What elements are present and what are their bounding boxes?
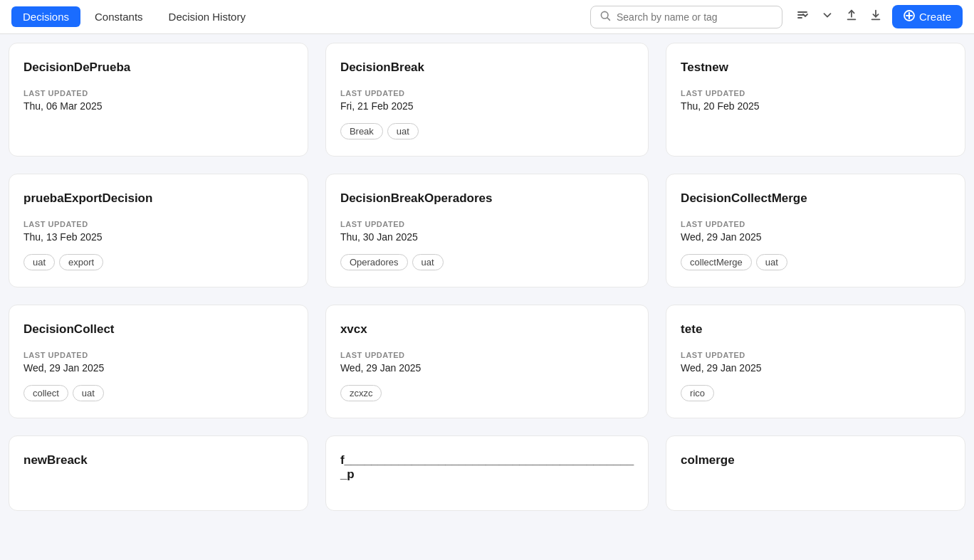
tag-zcxzc[interactable]: zcxzc	[340, 385, 382, 401]
tag-collect[interactable]: collect	[23, 385, 68, 401]
card-title-1: DecisionBreak	[340, 60, 634, 75]
card-11[interactable]: colmerge	[666, 435, 965, 511]
tag-rico[interactable]: rico	[681, 385, 714, 401]
card-tags-4: Operadoresuat	[340, 254, 634, 270]
upload-button[interactable]	[841, 4, 862, 29]
create-button[interactable]: Create	[892, 5, 963, 28]
card-date-6: Wed, 29 Jan 2025	[23, 362, 293, 374]
plus-icon	[904, 10, 915, 23]
card-tags-7: zcxzc	[340, 385, 634, 401]
card-7[interactable]: xvcxLAST UPDATEDWed, 29 Jan 2025zcxzc	[325, 305, 649, 418]
header: Decisions Constants Decision History	[0, 0, 974, 34]
card-label-3: LAST UPDATED	[23, 220, 293, 228]
tag-break[interactable]: Break	[340, 123, 383, 139]
tag-uat[interactable]: uat	[387, 123, 419, 139]
card-date-3: Thu, 13 Feb 2025	[23, 231, 293, 243]
tab-decisions[interactable]: Decisions	[11, 6, 80, 27]
tag-export[interactable]: export	[59, 254, 103, 270]
card-8[interactable]: teteLAST UPDATEDWed, 29 Jan 2025rico	[666, 305, 965, 418]
card-label-0: LAST UPDATED	[23, 89, 293, 97]
card-date-0: Thu, 06 Mar 2025	[23, 100, 293, 112]
card-date-5: Wed, 29 Jan 2025	[681, 231, 951, 243]
card-title-0: DecisionDePrueba	[23, 60, 293, 75]
search-input[interactable]	[617, 11, 773, 23]
tag-uat[interactable]: uat	[73, 385, 104, 401]
tag-operadores[interactable]: Operadores	[340, 254, 408, 270]
card-tags-6: collectuat	[23, 385, 293, 401]
card-title-3: pruebaExportDecision	[23, 191, 293, 206]
card-tags-5: collectMergeuat	[681, 254, 951, 270]
card-1[interactable]: DecisionBreakLAST UPDATEDFri, 21 Feb 202…	[325, 43, 649, 157]
card-9[interactable]: newBreack	[9, 435, 308, 511]
search-icon	[599, 10, 611, 24]
card-title-10: f_______________________________________…	[340, 453, 634, 482]
tag-uat[interactable]: uat	[412, 254, 444, 270]
card-title-8: tete	[681, 322, 951, 337]
card-title-11: colmerge	[681, 453, 951, 467]
card-title-5: DecisionCollectMerge	[681, 191, 951, 206]
card-date-2: Thu, 20 Feb 2025	[681, 100, 951, 112]
card-tags-1: Breakuat	[340, 123, 634, 139]
card-6[interactable]: DecisionCollectLAST UPDATEDWed, 29 Jan 2…	[9, 305, 308, 418]
tab-constants[interactable]: Constants	[83, 6, 155, 27]
download-icon	[869, 9, 882, 25]
header-actions: Create	[791, 4, 963, 30]
sort-icon	[795, 8, 810, 26]
card-label-8: LAST UPDATED	[681, 351, 951, 359]
card-tags-8: rico	[681, 385, 951, 401]
chevron-down-button[interactable]	[817, 4, 838, 29]
svg-line-1	[607, 17, 610, 20]
card-0[interactable]: DecisionDePruebaLAST UPDATEDThu, 06 Mar …	[9, 43, 308, 157]
card-date-1: Fri, 21 Feb 2025	[340, 100, 634, 112]
card-title-9: newBreack	[23, 453, 293, 467]
card-5[interactable]: DecisionCollectMergeLAST UPDATEDWed, 29 …	[666, 174, 965, 287]
tag-collectmerge[interactable]: collectMerge	[681, 254, 752, 270]
card-date-8: Wed, 29 Jan 2025	[681, 362, 951, 374]
chevron-down-icon	[821, 9, 834, 25]
tab-decision-history[interactable]: Decision History	[157, 6, 257, 27]
tag-uat[interactable]: uat	[756, 254, 787, 270]
card-title-7: xvcx	[340, 322, 634, 337]
card-label-2: LAST UPDATED	[681, 89, 951, 97]
card-3[interactable]: pruebaExportDecisionLAST UPDATEDThu, 13 …	[9, 174, 308, 287]
card-date-4: Thu, 30 Jan 2025	[340, 231, 634, 243]
tab-group: Decisions Constants Decision History	[11, 6, 257, 27]
card-tags-3: uatexport	[23, 254, 293, 270]
card-title-4: DecisionBreakOperadores	[340, 191, 634, 206]
card-title-6: DecisionCollect	[23, 322, 293, 337]
cards-grid: DecisionDePruebaLAST UPDATEDThu, 06 Mar …	[0, 34, 974, 519]
download-button[interactable]	[865, 4, 886, 29]
create-label: Create	[919, 11, 951, 23]
card-10[interactable]: f_______________________________________…	[325, 435, 649, 511]
sort-button[interactable]	[791, 4, 814, 30]
card-4[interactable]: DecisionBreakOperadoresLAST UPDATEDThu, …	[325, 174, 649, 287]
card-label-7: LAST UPDATED	[340, 351, 634, 359]
card-label-4: LAST UPDATED	[340, 220, 634, 228]
card-2[interactable]: TestnewLAST UPDATEDThu, 20 Feb 2025	[666, 43, 965, 157]
card-label-6: LAST UPDATED	[23, 351, 293, 359]
main-content: DecisionDePruebaLAST UPDATEDThu, 06 Mar …	[0, 34, 974, 560]
search-box	[590, 6, 782, 28]
card-label-1: LAST UPDATED	[340, 89, 634, 97]
tag-uat[interactable]: uat	[23, 254, 55, 270]
card-label-5: LAST UPDATED	[681, 220, 951, 228]
card-title-2: Testnew	[681, 60, 951, 75]
upload-icon	[845, 9, 858, 25]
card-date-7: Wed, 29 Jan 2025	[340, 362, 634, 374]
